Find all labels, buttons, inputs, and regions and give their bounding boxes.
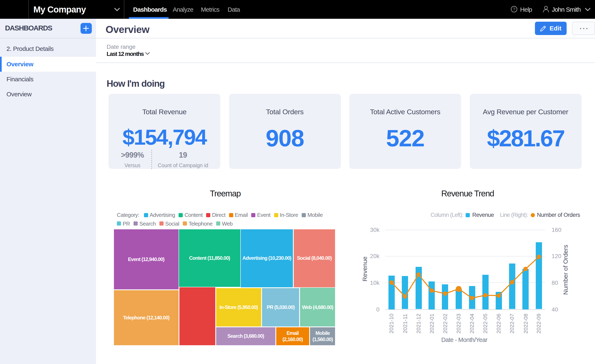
svg-text:?: ? [513, 7, 515, 12]
